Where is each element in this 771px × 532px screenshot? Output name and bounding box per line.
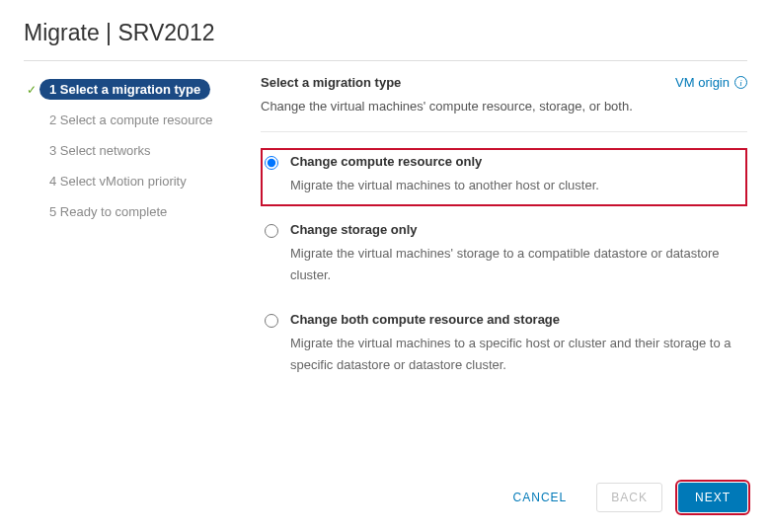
- section-title: Select a migration type: [261, 75, 633, 90]
- title-divider: [24, 60, 747, 61]
- step-3[interactable]: ✓ 3 Select networks: [24, 136, 251, 165]
- wizard-layout: ✓ 1 Select a migration type ✓ 2 Select a…: [24, 75, 747, 397]
- step-5[interactable]: ✓ 5 Ready to complete: [24, 197, 251, 226]
- radio-storage-only[interactable]: [265, 224, 278, 238]
- option-title: Change both compute resource and storage: [290, 312, 743, 327]
- option-body: Change both compute resource and storage…: [290, 312, 743, 376]
- step-label: 5 Ready to complete: [39, 201, 177, 222]
- option-title: Change compute resource only: [290, 154, 743, 169]
- step-label: 3 Select networks: [39, 140, 161, 161]
- option-storage-only[interactable]: Change storage only Migrate the virtual …: [261, 216, 747, 296]
- option-body: Change storage only Migrate the virtual …: [290, 222, 743, 286]
- step-label: 1 Select a migration type: [39, 79, 210, 100]
- section-header: Select a migration type Change the virtu…: [261, 75, 747, 125]
- step-label: 2 Select a compute resource: [39, 110, 222, 130]
- option-desc: Migrate the virtual machines to another …: [290, 175, 743, 196]
- step-2[interactable]: ✓ 2 Select a compute resource: [24, 106, 251, 134]
- page-title: Migrate | SRV2012: [24, 20, 747, 46]
- wizard-main: Select a migration type Change the virtu…: [251, 75, 747, 397]
- step-label: 4 Select vMotion priority: [39, 171, 196, 191]
- cancel-button[interactable]: CANCEL: [500, 484, 581, 511]
- option-both[interactable]: Change both compute resource and storage…: [261, 306, 747, 386]
- section-divider: [261, 131, 747, 132]
- info-icon: i: [734, 76, 747, 89]
- step-4[interactable]: ✓ 4 Select vMotion priority: [24, 167, 251, 195]
- option-compute-only[interactable]: Change compute resource only Migrate the…: [261, 148, 747, 206]
- section-description: Change the virtual machines' compute res…: [261, 96, 633, 117]
- wizard-footer: CANCEL BACK NEXT: [500, 483, 747, 512]
- radio-both[interactable]: [265, 314, 278, 328]
- vm-origin-link[interactable]: VM origin i: [675, 75, 747, 90]
- option-body: Change compute resource only Migrate the…: [290, 154, 743, 196]
- back-button: BACK: [596, 483, 662, 512]
- option-title: Change storage only: [290, 222, 743, 237]
- wizard-sidebar: ✓ 1 Select a migration type ✓ 2 Select a…: [24, 75, 251, 397]
- option-desc: Migrate the virtual machines' storage to…: [290, 243, 743, 286]
- next-button[interactable]: NEXT: [678, 483, 747, 512]
- option-desc: Migrate the virtual machines to a specif…: [290, 333, 743, 376]
- check-icon: ✓: [24, 83, 39, 97]
- step-1[interactable]: ✓ 1 Select a migration type: [24, 75, 251, 104]
- radio-compute-only[interactable]: [265, 156, 278, 170]
- vm-origin-label: VM origin: [675, 75, 730, 90]
- section-heading-block: Select a migration type Change the virtu…: [261, 75, 633, 125]
